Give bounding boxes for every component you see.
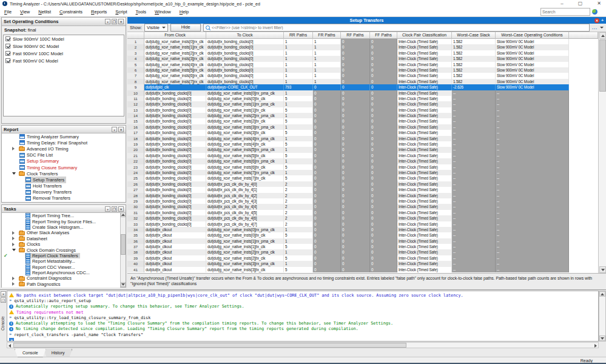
table-row[interactable]: 18dut|dut|tx_bonding_clocks[0]dut|dut|g_… xyxy=(127,136,598,141)
pin-icon[interactable]: + xyxy=(112,127,117,132)
menu-window[interactable]: Window xyxy=(150,9,175,15)
checkbox-icon[interactable] xyxy=(5,36,10,41)
tree-collapsed-icon[interactable] xyxy=(12,237,15,240)
menu-help[interactable]: Help xyxy=(175,9,193,15)
console-vscrollbar[interactable] xyxy=(599,291,606,342)
close-icon[interactable]: ✕ xyxy=(118,127,124,132)
tree-item[interactable]: Datasheet xyxy=(2,236,120,241)
float-icon[interactable]: ❐ xyxy=(112,19,117,24)
table-row[interactable]: 34dut|dut|tx_clkoutdut|dut|g_xcvr_native… xyxy=(127,227,598,232)
close-icon[interactable]: ✕ xyxy=(118,206,124,212)
table-row[interactable]: 13dut|dut|tx_bonding_clocks[0]dut|dut|g_… xyxy=(127,107,598,113)
table-row[interactable]: 23dut|dut|tx_bonding_clocks[0]dut|dut|g_… xyxy=(127,164,598,170)
tree-item[interactable]: Constraint Diagnostics xyxy=(2,275,120,281)
tab-history[interactable]: History xyxy=(44,349,73,357)
table-row[interactable]: 3dut|dut|g_xcvr_native_insts[2]|rx_clkdu… xyxy=(127,50,598,56)
tree-item[interactable]: Clocks xyxy=(2,241,120,247)
table-row[interactable]: 14dut|dut|tx_bonding_clocks[0]dut|dut|g_… xyxy=(127,113,598,118)
table-row[interactable]: 15dut|dut|tx_bonding_clocks[0]dut|dut|g_… xyxy=(127,118,598,124)
menu-reports[interactable]: Reports xyxy=(87,9,111,15)
tree-collapsed-icon[interactable] xyxy=(12,282,15,286)
float-icon[interactable]: ❐ xyxy=(112,206,117,212)
table-row[interactable]: 28dut|dut|tx_bonding_clocks[0]dut|dut|tx… xyxy=(127,193,598,198)
console-messages[interactable]: No paths exist between clock target "dut… xyxy=(7,291,599,342)
table-row[interactable]: 6dut|dut|g_xcvr_native_insts[5]|rx_clkdu… xyxy=(127,67,598,73)
maximize-icon[interactable]: ▢ xyxy=(578,0,583,7)
tree-collapsed-icon[interactable] xyxy=(12,231,15,235)
table-scrollbar[interactable] xyxy=(598,32,606,273)
column-header[interactable]: From Clock xyxy=(144,32,206,39)
table-row[interactable]: 40dut|dut|tx_clkoutdut|dut|g_xcvr_native… xyxy=(127,261,598,266)
tree-item[interactable]: Setup Summary xyxy=(2,158,126,164)
tasks-scrollbar[interactable] xyxy=(120,212,126,287)
checkbox-icon[interactable] xyxy=(5,51,10,56)
tree-item[interactable]: ✓Report Clock Transfers xyxy=(2,253,120,258)
close-icon[interactable]: ✕ xyxy=(118,19,124,24)
close-icon[interactable]: ✕ xyxy=(594,18,599,23)
table-row[interactable]: 25dut|dut|tx_bonding_clocks[0]dut|dut|g_… xyxy=(127,175,598,181)
table-row[interactable]: 39dut|dut|tx_clkoutdut|dut|g_xcvr_native… xyxy=(127,255,598,261)
search-input[interactable] xyxy=(540,8,590,16)
checkbox-icon[interactable] xyxy=(5,44,10,49)
table-row[interactable]: 24dut|dut|tx_bonding_clocks[0]dut|dut|g_… xyxy=(127,170,598,175)
table-row[interactable]: 35dut|dut|tx_clkoutdut|dut|g_xcvr_native… xyxy=(127,232,598,238)
table-row[interactable]: 33dut|dut|tx_bonding_clocks[0]dut|dut|tx… xyxy=(127,221,598,227)
tree-item[interactable]: Timing Closure Summary xyxy=(2,164,126,170)
tree-expanded-icon[interactable] xyxy=(12,249,16,251)
close-icon[interactable]: ✕ xyxy=(597,0,601,7)
table-row[interactable]: 1dut|dut|g_xcvr_native_insts[0]|rx_clkdu… xyxy=(127,39,598,44)
tree-item[interactable]: Setup Transfers xyxy=(2,177,126,183)
table-row[interactable]: 19dut|dut|tx_bonding_clocks[0]dut|dut|g_… xyxy=(127,141,598,147)
tree-item[interactable]: Path Diagnostics xyxy=(2,281,120,287)
tree-item[interactable]: Advanced I/O Timing xyxy=(2,146,126,152)
menu-constraints[interactable]: Constraints xyxy=(55,9,87,15)
column-header[interactable]: FR Paths xyxy=(313,32,341,39)
menu-view[interactable]: View xyxy=(16,9,34,15)
tree-item[interactable]: Report Timing Tree... xyxy=(2,213,120,218)
table-row[interactable]: 27dut|dut|tx_bonding_clocks[0]dut|dut|tx… xyxy=(127,187,598,192)
globe-icon[interactable] xyxy=(592,9,598,15)
table-row[interactable]: 37dut|dut|tx_clkoutdut|dut|g_xcvr_native… xyxy=(127,244,598,249)
table-row[interactable]: 16dut|dut|tx_bonding_clocks[0]dut|dut|g_… xyxy=(127,124,598,130)
table-row[interactable]: 36dut|dut|tx_clkoutdut|dut|g_xcvr_native… xyxy=(127,238,598,244)
table-row[interactable]: 22dut|dut|tx_bonding_clocks[0]dut|dut|g_… xyxy=(127,158,598,164)
table-row[interactable]: 4dut|dut|g_xcvr_native_insts[3]|rx_clkdu… xyxy=(127,56,598,61)
tree-item[interactable]: Timing Analyzer Summary xyxy=(2,133,126,140)
tab-console[interactable]: Console xyxy=(15,349,46,357)
tree-item[interactable]: Report Timing by Source Files... xyxy=(2,218,120,224)
condition-item[interactable]: Slow 900mV 100C Model xyxy=(4,35,124,42)
pin-icon[interactable]: + xyxy=(105,19,110,24)
table-row[interactable]: 12dut|dut|tx_bonding_clocks[0]dut|dut|g_… xyxy=(127,101,598,107)
menu-tools[interactable]: Tools xyxy=(132,9,151,15)
chevron-down-icon[interactable] xyxy=(600,27,604,29)
minimize-icon[interactable]: – xyxy=(561,0,563,7)
tree-item[interactable]: Report Asynchronous CDC... xyxy=(2,270,120,275)
condition-item[interactable]: Slow 900mV 0C Model xyxy=(4,42,124,50)
tree-item[interactable]: Report Metastability... xyxy=(2,258,120,264)
table-row[interactable]: 26dut|dut|tx_bonding_clocks[0]dut|dut|tx… xyxy=(127,181,598,187)
table-row[interactable]: 2dut|dut|g_xcvr_native_insts[1]|rx_clkdu… xyxy=(127,44,598,50)
tree-collapsed-icon[interactable] xyxy=(12,243,15,246)
column-header[interactable]: Clock Pair Classification xyxy=(397,32,452,39)
menu-script[interactable]: Script xyxy=(111,9,131,15)
column-header[interactable]: FF Paths xyxy=(370,32,397,39)
tree-item[interactable]: Recovery Transfers xyxy=(2,189,126,195)
table-row[interactable]: 31dut|dut|tx_bonding_clocks[0]dut|dut|tx… xyxy=(127,210,598,215)
condition-item[interactable]: Fast 900mV 100C Model xyxy=(4,50,124,57)
table-row[interactable]: 17dut|dut|tx_bonding_clocks[0]dut|dut|g_… xyxy=(127,130,598,135)
table-row[interactable]: 9dut|dut|pld_clkdut|dut|wys~CORE_CLK_OUT… xyxy=(127,84,598,90)
table-row[interactable]: 11dut|dut|tx_bonding_clocks[0]dut|dut|g_… xyxy=(127,96,598,101)
setup-transfers-header[interactable]: Setup Transfers ✕ + xyxy=(127,17,606,24)
tree-item[interactable]: Clock Transfers xyxy=(2,170,126,177)
table-row[interactable]: 10dut|dut|tx_bonding_clocks[0]dut|dut|g_… xyxy=(127,90,598,96)
scroll-down-icon[interactable] xyxy=(601,269,605,271)
pin-icon[interactable]: + xyxy=(105,206,110,212)
column-header[interactable]: Worst-Case Slack xyxy=(452,32,496,39)
tree-item[interactable]: Removal Transfers xyxy=(2,195,126,201)
menu-file[interactable]: File xyxy=(0,9,16,15)
table-row[interactable]: 8dut|dut|g_xcvr_native_insts[7]|rx_clkdu… xyxy=(127,79,598,84)
tree-item[interactable]: Create Slack Histogram... xyxy=(2,224,120,230)
tree-item[interactable]: Clock Domain Crossings xyxy=(2,247,120,252)
float-icon[interactable]: ❐ xyxy=(1,297,6,303)
scroll-up-icon[interactable] xyxy=(601,35,605,37)
